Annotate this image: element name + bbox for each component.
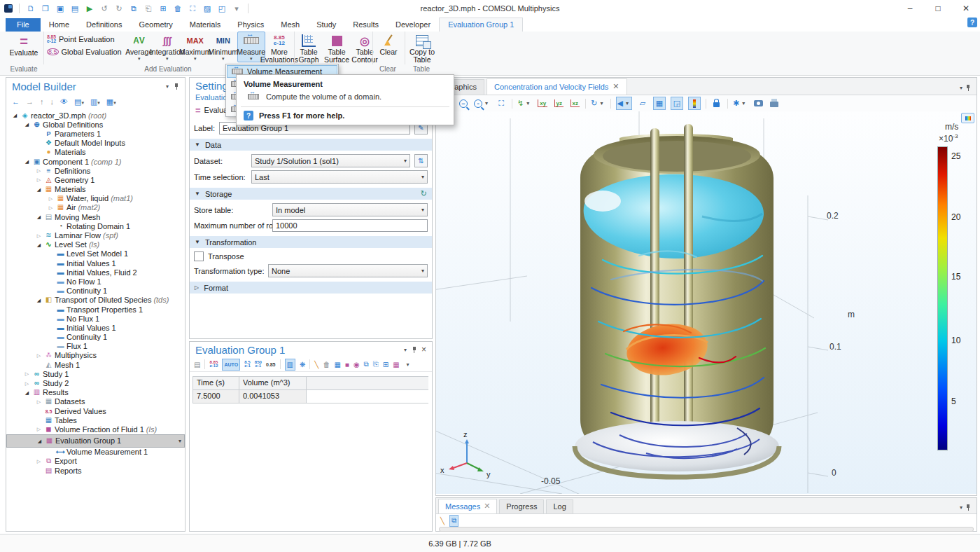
legend-toggle-icon[interactable]	[961, 113, 974, 123]
paste-icon[interactable]: ⎗	[144, 4, 153, 13]
expander-icon[interactable]	[22, 371, 31, 376]
expander-icon[interactable]	[46, 196, 55, 201]
expander-icon[interactable]	[34, 187, 43, 192]
panel-menu-icon[interactable]: ▾	[166, 83, 169, 90]
expander-icon[interactable]	[34, 242, 43, 247]
tree-item-datasets[interactable]: Datasets	[6, 397, 185, 406]
auto-notation-icon[interactable]: AUTO	[222, 359, 240, 371]
table-surface-icon[interactable]: ■	[345, 359, 349, 370]
view-xy-icon[interactable]: xy	[537, 97, 548, 109]
tree-item-level-set[interactable]: Level Set(ls)	[6, 240, 185, 249]
expander-icon[interactable]	[34, 353, 43, 358]
full-precision-icon[interactable]: ▤	[194, 359, 200, 370]
show-grid-icon[interactable]: ▦	[653, 97, 666, 110]
tree-item-initial-values-tds[interactable]: Initial Values 1	[6, 323, 185, 332]
save-icon[interactable]: ▣	[55, 4, 65, 13]
section-transformation[interactable]: ▼ Transformation	[190, 236, 432, 248]
tab-home[interactable]: Home	[41, 18, 78, 32]
tree-item-continuity-tds[interactable]: Continuity 1	[6, 333, 185, 342]
panel-menu-icon[interactable]: ▾	[960, 504, 962, 511]
transformation-type-select[interactable]: None	[268, 264, 428, 277]
tab-developer[interactable]: Developer	[387, 18, 439, 32]
maximize-button[interactable]: □	[924, 0, 952, 17]
new-icon[interactable]: 🗋	[26, 4, 36, 13]
tree-item-geometry-1[interactable]: Geometry 1	[6, 175, 185, 184]
expander-icon[interactable]	[34, 168, 43, 173]
tree-item-evaluation-group-1[interactable]: Evaluation Group 1	[6, 434, 185, 448]
move-down-icon[interactable]: ↓	[50, 97, 55, 106]
run-icon[interactable]: ▶	[85, 4, 94, 13]
clear-button[interactable]: Clear	[374, 32, 402, 57]
save-as-icon[interactable]: ▤	[70, 4, 80, 13]
transpose-checkbox[interactable]	[194, 251, 204, 261]
delete-icon[interactable]: 🗑	[323, 359, 330, 370]
graphics-settings-icon[interactable]: ✱▾	[733, 97, 748, 109]
table-format-icon[interactable]: ▦	[393, 359, 399, 370]
expander-icon[interactable]	[46, 205, 55, 210]
tree-item-no-flux[interactable]: No Flux 1	[6, 314, 185, 323]
copy-messages-icon[interactable]: ⧉	[449, 515, 458, 527]
close-icon[interactable]: ×	[421, 345, 426, 354]
column-header-time[interactable]: Time (s)	[193, 377, 239, 390]
evaluate-button[interactable]: = Evaluate	[8, 32, 41, 58]
node-filter-icon[interactable]: ▦▾	[106, 97, 116, 106]
tab-geometry[interactable]: Geometry	[130, 18, 181, 32]
average-button[interactable]: AV Average▾	[125, 32, 153, 62]
show-units-icon[interactable]: ▥	[285, 359, 295, 371]
tree-item-initial-values-1[interactable]: Initial Values 1	[6, 258, 185, 268]
tree-item-reports[interactable]: Reports	[6, 466, 185, 475]
show-color-legend-icon[interactable]	[688, 97, 701, 110]
zoom-extents-icon[interactable]: ⛶	[496, 97, 507, 109]
tree-item-definitions[interactable]: Definitions	[6, 166, 185, 175]
tree-item-transport-properties[interactable]: Transport Properties 1	[6, 305, 185, 314]
tree-item-volume-fraction[interactable]: Volume Fraction of Fluid 1(ls)	[6, 425, 185, 434]
decimal-notation-icon[interactable]: 0.85	[266, 359, 276, 370]
pin-icon[interactable]	[412, 346, 417, 353]
undo-icon[interactable]: ↺	[99, 4, 109, 13]
lock-camera-icon[interactable]	[711, 97, 722, 109]
tree-item-derived-values[interactable]: Derived Values	[6, 406, 185, 415]
tab-results[interactable]: Results	[344, 18, 387, 32]
tree-item-laminar-flow[interactable]: Laminar Flow(spf)	[6, 230, 185, 240]
expander-icon[interactable]	[34, 427, 43, 432]
tree-item-parameters[interactable]: Parameters 1	[6, 129, 185, 138]
section-storage[interactable]: ▼ Storage ↻	[190, 188, 432, 200]
tab-definitions[interactable]: Definitions	[78, 18, 130, 32]
pin-icon[interactable]	[965, 504, 971, 511]
zoom-out-icon[interactable]: −	[458, 97, 469, 109]
tab-mesh[interactable]: Mesh	[272, 18, 308, 32]
messages-scrollbar[interactable]	[439, 527, 974, 532]
tab-concentration-velocity-fields[interactable]: Concentration and Velocity Fields ✕	[486, 78, 626, 95]
expander-icon[interactable]	[34, 214, 43, 219]
expander-icon[interactable]	[22, 122, 31, 127]
zoom-box-icon[interactable]: ▫▾	[474, 97, 491, 109]
scientific-notation-icon[interactable]: 8.5e-1	[244, 359, 251, 370]
panel-menu-icon[interactable]: ▾	[960, 85, 962, 91]
table-row[interactable]: 7.5000 0.0041053	[193, 390, 428, 403]
engineering-notation-icon[interactable]: 850e-1	[255, 359, 262, 370]
environment-reflections-icon[interactable]: ▱	[637, 97, 648, 109]
tree-item-root[interactable]: reactor_3D.mph(root)	[6, 111, 185, 120]
clear-messages-icon[interactable]: ╲	[440, 516, 444, 526]
add-to-graph-icon[interactable]: ▦	[334, 359, 340, 370]
tree-item-default-model-inputs[interactable]: Default Model Inputs	[6, 139, 185, 148]
table-surface-button[interactable]: Table Surface	[323, 32, 351, 65]
expand-order-icon[interactable]: ▥▾	[90, 97, 100, 106]
tree-item-materials[interactable]: Materials	[6, 185, 185, 194]
global-evaluation-button[interactable]: 8.5 Global Evaluation	[47, 46, 122, 57]
tree-item-continuity-1[interactable]: Continuity 1	[6, 287, 185, 296]
collapse-order-icon[interactable]: ▤▾	[74, 97, 84, 106]
integration-button[interactable]: ∫∫∫ Integration▾	[153, 32, 181, 62]
pin-icon[interactable]	[965, 84, 971, 91]
expander-icon[interactable]	[22, 390, 31, 395]
column-header-volume[interactable]: Volume (m^3)	[239, 377, 307, 390]
tab-messages[interactable]: Messages ✕	[438, 499, 497, 513]
section-data[interactable]: ▼ Data	[190, 139, 432, 151]
deselect-icon[interactable]: ▨	[202, 4, 212, 13]
tab-materials[interactable]: Materials	[181, 18, 230, 32]
table-graph-button[interactable]: Table Graph	[295, 32, 323, 65]
tree-item-study-1[interactable]: Study 1	[6, 369, 185, 378]
move-up-icon[interactable]: ↑	[40, 97, 44, 106]
print-icon[interactable]	[769, 97, 780, 109]
help-icon[interactable]: ?	[967, 18, 977, 27]
